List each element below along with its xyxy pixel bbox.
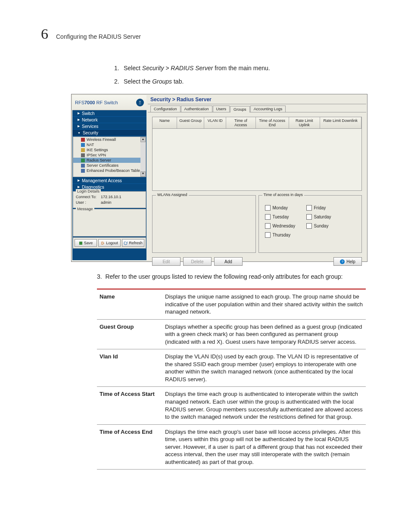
add-button[interactable]: Add (214, 257, 243, 266)
sidebar: RFS7000 RF Switch ᛖ ▶Switch▶Network▶Serv… (72, 95, 146, 260)
refresh-button[interactable]: Refresh (122, 239, 144, 247)
day-checkbox[interactable] (265, 232, 271, 238)
login-legend: Login Details (76, 189, 101, 193)
column-header[interactable]: VLAN ID (204, 117, 226, 128)
tree-scrollbar[interactable]: ▲ ▼ (140, 137, 146, 177)
day-checkbox[interactable] (306, 223, 312, 229)
step-item: 1.Select Security > RADIUS Server from t… (114, 64, 370, 73)
column-header[interactable]: Time of Access End (256, 117, 289, 128)
day-checkbox[interactable] (306, 205, 312, 211)
tree-item-nat[interactable]: NAT (73, 142, 146, 147)
day-checkbox[interactable] (265, 214, 271, 220)
tree-item-ike-settings[interactable]: IKE Settings (73, 147, 146, 152)
sidebar-header: RFS7000 RF Switch ᛖ (72, 95, 146, 110)
wlans-legend: WLANs Assigned (156, 193, 189, 197)
day-label: Saturday (314, 215, 344, 219)
attr-name: Vlan Id (97, 349, 162, 387)
attr-name: Name (97, 289, 162, 319)
groups-table[interactable]: NameGuest GroupVLAN IDTime of AccessTime… (152, 117, 362, 191)
tab-authentication[interactable]: Authentication (181, 106, 212, 112)
user-value: admin (101, 200, 112, 205)
attributes-table: NameDisplays the unique name assigned to… (97, 289, 366, 470)
attr-row: Guest GroupDisplays whether a specific g… (97, 319, 366, 349)
nav-item-switch[interactable]: ▶Switch (72, 110, 146, 117)
chevron-right-icon: ▶ (78, 179, 80, 182)
step-item: 2.Select the Groups tab. (114, 77, 370, 86)
nav-item-security[interactable]: ▼Security (72, 130, 146, 136)
attr-desc: Displays the time each group is authenti… (162, 387, 366, 424)
column-header[interactable]: Name (153, 117, 177, 128)
tab-groups[interactable]: Groups (230, 106, 250, 112)
tree-item-wireless-firewall[interactable]: Wireless Firewall (73, 137, 146, 142)
nav-item-network[interactable]: ▶Network (72, 117, 146, 123)
attr-desc: Displays whether a specific group has be… (162, 319, 366, 349)
day-checkbox[interactable] (265, 205, 271, 211)
day-label: Tuesday (273, 215, 306, 219)
tree-item-radius-server[interactable]: Radius Server (73, 158, 146, 163)
attr-row: NameDisplays the unique name assigned to… (97, 289, 366, 319)
steps-list: 1.Select Security > RADIUS Server from t… (97, 64, 370, 86)
attr-row: Vlan IdDisplay the VLAN ID(s) used by ea… (97, 349, 366, 387)
breadcrumb: Security > Radius Server (148, 95, 366, 104)
column-header[interactable]: Guest Group (177, 117, 204, 128)
chevron-right-icon: ▶ (78, 185, 80, 189)
chevron-down-icon: ▼ (78, 131, 81, 134)
tree-item-enhanced-probe-beacon-table[interactable]: Enhanced Probe/Beacon Table (73, 168, 146, 173)
attr-desc: Displays the unique name assigned to eac… (162, 289, 366, 319)
help-button[interactable]: ? Help (333, 257, 362, 266)
attr-row: Time of Access StartDisplays the time ea… (97, 387, 366, 424)
connect-to-value: 172.16.10.1 (101, 195, 121, 199)
day-label: Thursday (273, 233, 306, 237)
column-header[interactable]: Rate Limit Downlink (320, 117, 361, 128)
day-label: Sunday (314, 224, 344, 228)
chevron-right-icon: ▶ (78, 118, 80, 121)
svg-rect-0 (79, 241, 82, 244)
tree-node-icon (81, 148, 85, 152)
tab-bar: ConfigurationAuthenticationUsersGroupsAc… (148, 104, 366, 112)
day-checkbox[interactable] (306, 214, 312, 220)
day-checkbox[interactable] (265, 223, 271, 229)
main-panel: Security > Radius Server ConfigurationAu… (148, 95, 366, 260)
nav-item-management-access[interactable]: ▶Management Access (72, 177, 146, 184)
nav-tree: Wireless FirewallNATIKE SettingsIPSec VP… (73, 137, 146, 177)
nav-item-services[interactable]: ▶Services (72, 123, 146, 130)
tab-users[interactable]: Users (213, 106, 230, 112)
tab-accounting-logs[interactable]: Accounting Logs (250, 106, 286, 112)
message-box: Message (73, 209, 146, 236)
column-header[interactable]: Time of Access (226, 117, 255, 128)
connect-to-label: Connect To: (76, 195, 101, 199)
wlans-assigned-panel: WLANs Assigned (152, 195, 256, 253)
delete-button[interactable]: Delete (183, 257, 212, 266)
time-of-access-panel: Time of access in days MondayFridayTuesd… (258, 195, 362, 253)
step-3: 3. Refer to the user groups listed to re… (97, 273, 370, 280)
help-icon: ? (340, 259, 345, 264)
attr-desc: Displays the time each group's user base… (162, 424, 366, 470)
tree-node-icon (81, 169, 85, 173)
tree-node-icon (81, 153, 85, 157)
edit-button[interactable]: Edit (152, 257, 181, 266)
scroll-up-icon[interactable]: ▲ (140, 137, 146, 142)
attr-name: Guest Group (97, 319, 162, 349)
logout-button[interactable]: Logout (98, 239, 121, 247)
refresh-icon (124, 241, 128, 245)
column-header[interactable]: Rate Limit Uplink (289, 117, 320, 128)
save-button[interactable]: Save (75, 239, 97, 247)
tree-node-icon (81, 138, 85, 142)
brand-logo-icon: ᛖ (136, 99, 144, 106)
user-label: User : (76, 200, 101, 205)
tab-configuration[interactable]: Configuration (150, 106, 181, 112)
tree-node-icon (81, 159, 85, 162)
tree-item-ipsec-vpn[interactable]: IPSec VPN (73, 152, 146, 158)
logout-icon (101, 241, 105, 245)
chevron-right-icon: ▶ (78, 112, 80, 115)
day-label: Monday (273, 205, 306, 210)
save-icon (79, 241, 83, 245)
tree-item-server-certificates[interactable]: Server Certificates (73, 163, 146, 168)
app-screenshot: RFS7000 RF Switch ᛖ ▶Switch▶Network▶Serv… (71, 94, 367, 262)
product-name: RFS7000 RF Switch (75, 100, 118, 105)
scroll-down-icon[interactable]: ▼ (140, 171, 146, 177)
attr-row: Time of Access EndDisplays the time each… (97, 424, 366, 470)
login-details-box: Login Details Connect To: 172.16.10.1 Us… (73, 191, 146, 208)
chapter-number: 6 (41, 26, 48, 42)
attr-name: Time of Access End (97, 424, 162, 470)
